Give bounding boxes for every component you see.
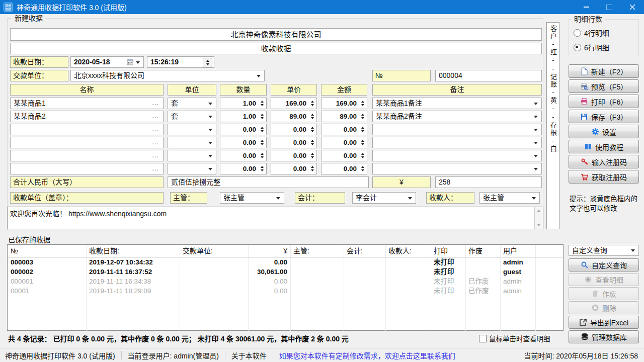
item-unit-combobox[interactable] <box>168 124 216 135</box>
table-row[interactable]: 000003 2019-12-07 10:34:32 0.00 未打印 admi… <box>8 257 563 267</box>
item-qty-spinner[interactable]: 0.00 <box>220 163 267 174</box>
browse-button[interactable]: ... <box>152 163 159 173</box>
table-row[interactable]: 00001 2019-11-11 18:29:09 0.00 未打印 已作废 a… <box>8 286 563 296</box>
payee-combobox[interactable]: 张主管 <box>479 192 540 204</box>
item-unit-combobox[interactable] <box>168 137 216 148</box>
close-button[interactable] <box>621 0 644 14</box>
vertical-scrollbar[interactable] <box>534 207 543 229</box>
manage-database-button[interactable]: 管理数据库 <box>569 330 639 343</box>
item-unit-combobox[interactable]: 套 <box>168 111 216 122</box>
item-unit-combobox[interactable]: 套 <box>168 98 216 109</box>
item-amount-spinner[interactable]: 169.00 <box>321 98 367 109</box>
preview-button[interactable]: 预览（F5） <box>569 79 639 93</box>
tutorial-button[interactable]: 使用教程 <box>569 140 639 153</box>
get-regcode-button[interactable]: 获取注册码 <box>569 170 639 184</box>
company-name-input[interactable]: 北京神奇像素科技有限公司 <box>10 28 542 41</box>
item-name-input[interactable]: 某某商品1... <box>10 98 164 109</box>
minimize-button[interactable] <box>575 0 598 14</box>
spin-up-icon <box>311 166 314 168</box>
time-spinner[interactable]: 15:26:19 <box>147 56 214 68</box>
spin-up-icon <box>361 127 364 129</box>
item-amount-spinner[interactable]: 0.00 <box>321 124 367 135</box>
item-note-combobox[interactable]: 某某商品1备注 <box>372 98 542 109</box>
new-button[interactable]: 新建（F2） <box>569 64 639 78</box>
item-price-spinner[interactable]: 169.00 <box>271 98 317 109</box>
print-icon <box>580 98 588 106</box>
item-name-input[interactable]: ... <box>10 150 164 161</box>
item-amount-spinner[interactable]: 0.00 <box>321 150 367 161</box>
spin-down-icon <box>311 117 314 119</box>
browse-button[interactable]: ... <box>152 98 159 108</box>
item-unit-combobox[interactable] <box>168 163 216 174</box>
accountant-combobox[interactable]: 李会计 <box>352 192 416 204</box>
detail-rows-group-title: 明细行数 <box>572 16 605 23</box>
item-name-input[interactable]: ... <box>10 163 164 174</box>
contact-link[interactable]: 如果您对本软件有定制修改需求，欢迎点击这里联系我们 <box>279 350 455 360</box>
payer-combobox[interactable]: 北京xxxx科技有限公司 <box>70 70 265 81</box>
about-link[interactable]: 关于本软件 <box>231 350 267 360</box>
receipt-no-input[interactable]: 000004 <box>435 70 542 81</box>
col-header-amount: 金额 <box>321 84 367 96</box>
item-amount-spinner[interactable]: 89.00 <box>321 111 367 122</box>
enter-regcode-button[interactable]: 输入注册码 <box>569 155 639 168</box>
spin-up-icon <box>361 166 364 168</box>
spin-down-icon <box>261 104 264 106</box>
item-note-combobox[interactable] <box>372 124 542 135</box>
statusbar-current-time: 当前时间: 2020年05月18日 15:26:58 <box>524 350 638 360</box>
item-note-combobox[interactable] <box>372 163 542 174</box>
settings-button[interactable]: 设置 <box>569 125 639 138</box>
item-amount-spinner[interactable]: 0.00 <box>321 137 367 148</box>
table-row[interactable]: 000002 2019-11-11 16:37:52 30,061.00 未打印… <box>8 267 563 277</box>
maximize-button[interactable] <box>598 0 621 14</box>
table-row[interactable]: 000001 2019-11-11 16:34:38 0.00 未打印 已作废 … <box>8 277 563 286</box>
chevron-down-icon <box>534 142 538 144</box>
item-name-input[interactable]: 某某商品2... <box>10 111 164 122</box>
save-button[interactable]: 保存（F3） <box>569 110 639 123</box>
item-name-input[interactable]: ... <box>10 124 164 135</box>
item-price-spinner[interactable]: 0.00 <box>271 124 317 135</box>
spin-down-icon <box>361 130 364 132</box>
date-picker[interactable]: 2020-05-18 <box>70 56 144 68</box>
item-qty-spinner[interactable]: 0.00 <box>220 124 267 135</box>
chevron-down-icon <box>534 116 538 118</box>
item-qty-spinner[interactable]: 1.00 <box>220 111 267 122</box>
item-price-spinner[interactable]: 0.00 <box>271 137 317 148</box>
radio-4-rows[interactable]: 4行明细 <box>574 28 609 38</box>
spin-down-icon <box>311 156 314 158</box>
item-qty-spinner[interactable]: 0.00 <box>220 150 267 161</box>
welcome-textarea[interactable]: 欢迎您再次光临！ https://www.shenqixiangsu.com <box>7 207 543 229</box>
receipt-title-input[interactable]: 收款收据 <box>10 43 542 54</box>
item-qty-spinner[interactable]: 0.00 <box>220 137 267 148</box>
browse-button[interactable]: ... <box>152 111 159 121</box>
item-name-input[interactable]: ... <box>10 137 164 148</box>
saved-table-header[interactable]: № 收款日期: 交款单位: ¥ 主管: 会计: 收款人: 打印 作废 用户 <box>8 245 563 257</box>
saved-receipts-table[interactable]: № 收款日期: 交款单位: ¥ 主管: 会计: 收款人: 打印 作废 用户 00… <box>7 244 564 331</box>
delete-icon <box>591 304 599 312</box>
query-type-combobox[interactable]: 自定义查询 <box>569 245 639 256</box>
manager-combobox[interactable]: 张主管 <box>220 192 284 204</box>
browse-button[interactable]: ... <box>152 150 159 160</box>
custom-query-button[interactable]: 自定义查询 <box>569 258 639 272</box>
browse-button[interactable]: ... <box>152 124 159 134</box>
total-words-input[interactable]: 贰佰伍拾捌元整 <box>168 176 369 188</box>
item-qty-spinner[interactable]: 1.00 <box>220 98 267 109</box>
radio-icon <box>574 29 581 37</box>
browse-button[interactable]: ... <box>152 137 159 147</box>
print-button[interactable]: 打印（F6） <box>569 95 639 108</box>
item-price-spinner[interactable]: 0.00 <box>271 150 317 161</box>
export-excel-button[interactable]: 导出到Excel <box>569 316 639 329</box>
item-note-combobox[interactable]: 某某商品2备注 <box>372 111 542 122</box>
view-detail-on-click-checkbox[interactable]: 鼠标单击时查看明细 <box>479 333 550 343</box>
item-price-spinner[interactable]: 89.00 <box>271 111 317 122</box>
radio-6-rows[interactable]: 6行明细 <box>574 42 609 52</box>
spin-down-icon <box>261 169 264 171</box>
total-amount-input[interactable]: 258 <box>435 176 542 188</box>
spin-down-icon <box>361 143 364 145</box>
item-note-combobox[interactable] <box>372 150 542 161</box>
spin-up-icon <box>261 101 264 103</box>
item-price-spinner[interactable]: 0.00 <box>271 163 317 174</box>
item-note-combobox[interactable] <box>372 137 542 148</box>
item-amount-spinner[interactable]: 0.00 <box>321 163 367 174</box>
time-spin-buttons[interactable] <box>203 58 212 67</box>
item-unit-combobox[interactable] <box>168 150 216 161</box>
